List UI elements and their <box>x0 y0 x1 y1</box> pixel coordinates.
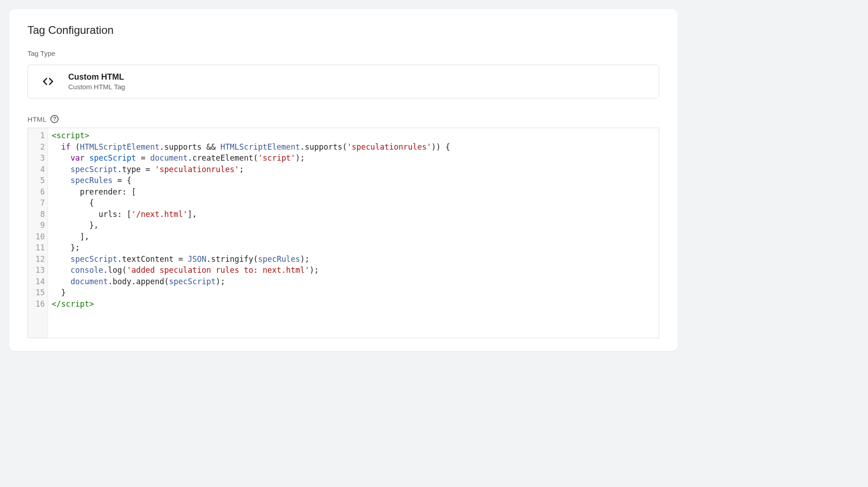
line-number: 3 <box>33 152 45 164</box>
line-number: 8 <box>33 209 45 220</box>
card-title: Tag Configuration <box>9 24 678 49</box>
line-number: 4 <box>33 164 45 175</box>
help-icon[interactable]: ? <box>50 115 59 123</box>
line-number: 16 <box>33 298 45 310</box>
code-line[interactable]: }; <box>52 242 655 254</box>
code-line[interactable]: prerender: [ <box>52 186 655 198</box>
line-number: 1 <box>33 130 45 141</box>
code-line[interactable]: }, <box>52 220 655 231</box>
code-line[interactable]: console.log('added speculation rules to:… <box>52 265 655 276</box>
line-number: 2 <box>33 141 45 153</box>
code-line[interactable]: <script> <box>52 130 655 141</box>
code-line[interactable]: if (HTMLScriptElement.supports && HTMLSc… <box>52 141 655 153</box>
html-label: HTML <box>27 115 47 123</box>
code-area[interactable]: <script> if (HTMLScriptElement.supports … <box>48 128 659 338</box>
line-number: 14 <box>33 276 45 287</box>
code-line[interactable]: document.body.append(specScript); <box>52 276 655 287</box>
tag-configuration-card: Tag Configuration Tag Type Custom HTML C… <box>9 9 678 351</box>
html-code-editor[interactable]: 12345678910111213141516 <script> if (HTM… <box>27 128 659 338</box>
line-number: 12 <box>33 254 45 265</box>
code-line[interactable]: </script> <box>52 298 655 310</box>
line-number: 6 <box>33 186 45 198</box>
tag-type-text: Custom HTML Custom HTML Tag <box>68 72 125 91</box>
line-number: 10 <box>33 231 45 243</box>
line-number: 5 <box>33 175 45 186</box>
tag-type-title: Custom HTML <box>68 72 125 82</box>
code-line[interactable]: var specScript = document.createElement(… <box>52 152 655 164</box>
line-number-gutter: 12345678910111213141516 <box>28 128 48 338</box>
line-number: 9 <box>33 220 45 231</box>
code-line[interactable]: specScript.textContent = JSON.stringify(… <box>52 254 655 265</box>
tag-type-label: Tag Type <box>9 49 678 65</box>
tag-type-subtitle: Custom HTML Tag <box>68 83 125 91</box>
line-number: 11 <box>33 242 45 254</box>
code-line[interactable]: ], <box>52 231 655 243</box>
line-number: 7 <box>33 197 45 209</box>
line-number: 15 <box>33 287 45 298</box>
code-line[interactable]: specScript.type = 'speculationrules'; <box>52 164 655 175</box>
html-editor-header: HTML ? <box>9 98 678 128</box>
tag-type-selector[interactable]: Custom HTML Custom HTML Tag <box>27 65 659 98</box>
line-number: 13 <box>33 265 45 276</box>
code-line[interactable]: specRules = { <box>52 175 655 186</box>
code-line[interactable]: urls: ['/next.html'], <box>52 209 655 220</box>
code-line[interactable]: { <box>52 197 655 209</box>
code-line[interactable]: } <box>52 287 655 298</box>
code-icon <box>39 72 57 91</box>
